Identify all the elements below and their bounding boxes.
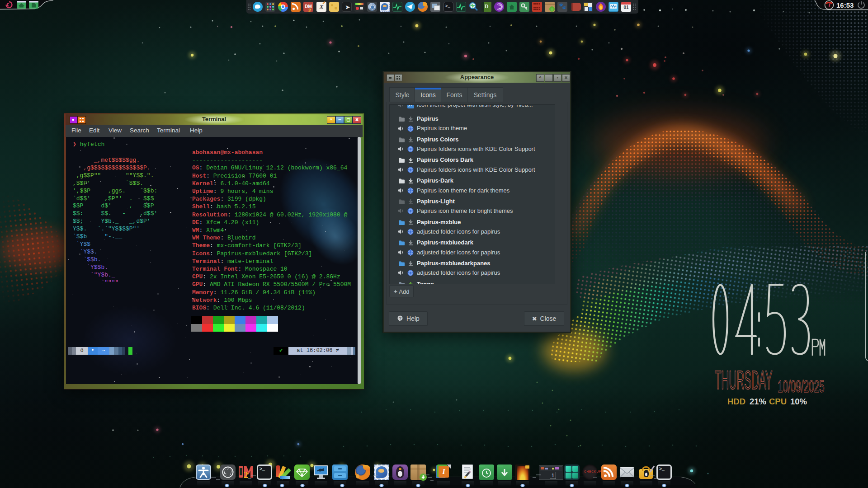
svg-text:THURSDAY: THURSDAY xyxy=(715,366,772,394)
svg-text:10/09/2025: 10/09/2025 xyxy=(778,377,825,396)
svg-text:16:53: 16:53 xyxy=(836,1,854,9)
svg-text:10%: 10% xyxy=(790,397,807,406)
svg-text:CPU: CPU xyxy=(769,397,787,406)
svg-text:?: ? xyxy=(399,316,402,320)
svg-text:HDD: HDD xyxy=(727,397,745,406)
svg-text:21%: 21% xyxy=(750,397,766,406)
